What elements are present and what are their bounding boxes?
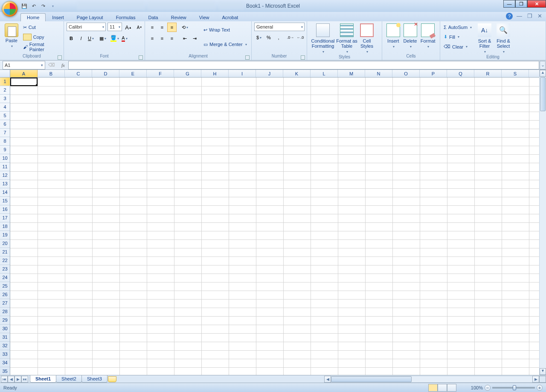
copy-button[interactable]: Copy [22,32,61,42]
format-cells-button[interactable]: Format [418,23,437,49]
shrink-font-button[interactable]: A▼ [135,23,144,32]
row-header-12[interactable]: 12 [0,171,10,180]
column-header-I[interactable]: I [229,70,256,77]
prev-sheet-button[interactable]: ◀ [8,376,15,383]
tab-review[interactable]: Review [165,13,193,21]
help-icon[interactable]: ? [506,13,513,20]
fx-icon[interactable]: fx [58,63,68,68]
scroll-up-button[interactable]: ▲ [540,70,546,77]
row-header-33[interactable]: 33 [0,350,10,359]
grow-font-button[interactable]: A▲ [124,23,133,32]
row-header-30[interactable]: 30 [0,325,10,333]
next-sheet-button[interactable]: ▶ [15,376,21,383]
align-right-button[interactable]: ≡ [167,34,177,43]
cancel-formula-icon[interactable]: ⌫ [45,62,58,68]
font-color-button[interactable]: A [120,34,129,43]
tab-acrobat[interactable]: Acrobat [215,13,244,21]
row-header-22[interactable]: 22 [0,257,10,265]
zoom-slider[interactable] [492,387,535,389]
row-header-14[interactable]: 14 [0,188,10,197]
row-header-16[interactable]: 16 [0,205,10,214]
autosum-button[interactable]: ΣAutoSum [443,23,473,32]
conditional-formatting-button[interactable]: Conditional Formatting [310,23,336,55]
decrease-indent-button[interactable]: ⇤ [180,34,189,43]
column-header-H[interactable]: H [201,70,229,77]
maximize-button[interactable]: ❐ [515,0,527,8]
decrease-decimal-button[interactable]: ←.0 [296,33,305,42]
undo-icon[interactable]: ↶ [30,2,38,10]
column-header-R[interactable]: R [474,70,502,77]
minimize-button[interactable]: — [503,0,515,8]
row-header-21[interactable]: 21 [0,248,10,257]
horizontal-scroll-thumb[interactable] [331,376,412,382]
row-header-4[interactable]: 4 [0,103,10,112]
column-header-B[interactable]: B [38,70,65,77]
align-left-button[interactable]: ≡ [148,34,157,43]
select-all-button[interactable] [0,70,10,78]
percent-button[interactable]: % [264,33,273,42]
column-header-J[interactable]: J [256,70,283,77]
insert-cells-button[interactable]: Insert [385,23,402,49]
clipboard-dialog-launcher[interactable] [58,55,62,60]
font-dialog-launcher[interactable] [139,55,143,60]
alignment-dialog-launcher[interactable] [245,55,250,60]
underline-button[interactable]: U [86,34,96,43]
column-header-M[interactable]: M [338,70,365,77]
zoom-in-button[interactable]: + [537,385,543,391]
column-header-E[interactable]: E [119,70,147,77]
ribbon-minimize-icon[interactable]: — [515,13,523,20]
row-header-25[interactable]: 25 [0,282,10,291]
column-header-D[interactable]: D [92,70,119,77]
paste-button[interactable]: Paste [3,23,20,48]
column-header-O[interactable]: O [392,70,420,77]
find-select-button[interactable]: 🔍Find & Select [494,23,513,55]
page-break-view-button[interactable] [447,384,456,392]
row-header-27[interactable]: 27 [0,299,10,308]
tab-insert[interactable]: Insert [46,13,70,21]
column-header-C[interactable]: C [65,70,92,77]
delete-cells-button[interactable]: Delete [402,23,419,49]
row-header-13[interactable]: 13 [0,180,10,188]
row-header-35[interactable]: 35 [0,367,10,376]
tab-page-layout[interactable]: Page Layout [70,13,110,21]
comma-button[interactable]: , [274,33,283,42]
border-button[interactable]: ▦ [98,34,107,43]
fill-color-button[interactable]: 🪣 [110,34,119,43]
wrap-text-button[interactable]: ↩Wrap Text [203,25,248,35]
merge-center-button[interactable]: ▭Merge & Center [203,40,248,49]
redo-icon[interactable]: ↷ [39,2,47,10]
scroll-down-button[interactable]: ▼ [540,368,546,375]
row-header-19[interactable]: 19 [0,231,10,239]
zoom-out-button[interactable]: − [485,385,491,391]
row-header-2[interactable]: 2 [0,86,10,95]
row-header-7[interactable]: 7 [0,129,10,137]
sort-filter-button[interactable]: A↓Sort & Filter [475,23,494,55]
active-cell[interactable] [10,78,38,86]
horizontal-scrollbar[interactable]: ◀ ▶ [324,376,539,383]
number-dialog-launcher[interactable] [301,55,305,60]
bold-button[interactable]: B [67,34,76,43]
accounting-format-button[interactable]: $ [254,33,264,42]
sheet-tab-sheet2[interactable]: Sheet2 [56,375,82,383]
last-sheet-button[interactable]: ⏭ [21,376,28,383]
column-header-F[interactable]: F [147,70,174,77]
row-header-32[interactable]: 32 [0,342,10,350]
row-header-26[interactable]: 26 [0,291,10,299]
tab-data[interactable]: Data [142,13,164,21]
formula-input[interactable] [68,61,539,69]
office-button[interactable] [2,1,18,17]
row-header-6[interactable]: 6 [0,120,10,129]
tab-home[interactable]: Home [20,13,46,21]
column-header-K[interactable]: K [283,70,311,77]
column-header-S[interactable]: S [502,70,529,77]
increase-indent-button[interactable]: ⇥ [190,34,199,43]
new-sheet-button[interactable] [108,376,116,382]
row-header-5[interactable]: 5 [0,112,10,120]
row-header-11[interactable]: 11 [0,163,10,171]
fill-button[interactable]: ⬇Fill [443,32,473,42]
tab-view[interactable]: View [193,13,216,21]
row-header-17[interactable]: 17 [0,214,10,222]
row-header-18[interactable]: 18 [0,222,10,231]
row-header-10[interactable]: 10 [0,154,10,163]
vertical-scroll-thumb[interactable] [540,77,546,111]
